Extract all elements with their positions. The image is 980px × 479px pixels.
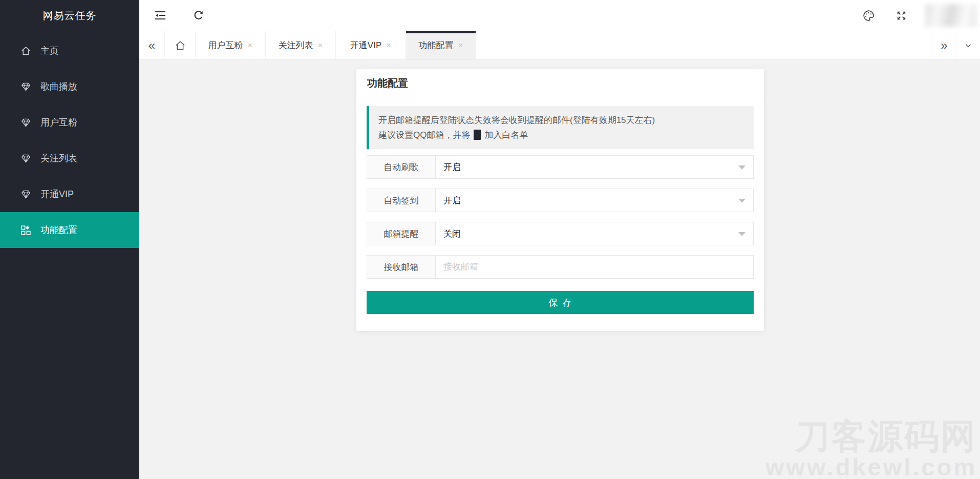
auto-play-select[interactable]: 开启: [436, 156, 753, 178]
home-icon: [20, 46, 31, 56]
receive-email-cell: [436, 256, 753, 278]
gem-icon: [20, 81, 31, 92]
close-icon[interactable]: ×: [318, 41, 323, 50]
auto-signin-select[interactable]: 开启: [436, 189, 753, 212]
refresh-icon[interactable]: [186, 0, 210, 31]
tab-bar: « 用户互粉 × 关注列表 × 开通VIP × 功能配置 × »: [139, 31, 980, 60]
sidebar: 网易云任务 主页 歌曲播放 用户互粉: [0, 0, 139, 479]
sidebar-item-label: 关注列表: [40, 152, 77, 164]
tabs-menu-chevron-down-icon[interactable]: [956, 31, 980, 59]
tabs-scroll-left-icon[interactable]: «: [139, 31, 165, 59]
site-watermark: 刀客源码网 www.dkewl.com: [765, 419, 977, 479]
tab-open-vip[interactable]: 开通VIP ×: [336, 31, 406, 59]
home-icon: [175, 40, 185, 51]
gem-icon: [20, 189, 31, 199]
sidebar-item-label: 主页: [40, 45, 59, 57]
app-title: 网易云任务: [0, 0, 139, 31]
close-icon[interactable]: ×: [386, 41, 391, 50]
user-account-blurred[interactable]: [925, 4, 977, 27]
notice-line1: 开启邮箱提醒后登陆状态失效将会收到提醒的邮件(登陆有效期15天左右): [378, 113, 744, 128]
field-label: 接收邮箱: [367, 256, 436, 278]
theme-palette-icon[interactable]: [860, 5, 877, 26]
email-remind-select[interactable]: 关闭: [436, 222, 753, 245]
caret-down-icon: [738, 165, 745, 170]
sidebar-item-label: 用户互粉: [40, 116, 77, 129]
select-value: 开启: [443, 161, 461, 173]
caret-down-icon: [738, 232, 745, 236]
field-label: 自动刷歌: [367, 156, 436, 178]
sidebar-item-label: 功能配置: [40, 224, 77, 236]
sidebar-item-song-play[interactable]: 歌曲播放: [0, 69, 139, 105]
form-row-email-remind: 邮箱提醒 关闭: [367, 222, 754, 245]
sidebar-item-user-follow[interactable]: 用户互粉: [0, 105, 139, 140]
watermark-line1: 刀客源码网: [765, 419, 977, 453]
tabs-scroll-right-icon[interactable]: »: [932, 31, 956, 59]
field-label: 自动签到: [367, 189, 436, 212]
tab-feature-config[interactable]: 功能配置 ×: [406, 31, 476, 59]
sidebar-item-label: 开通VIP: [40, 188, 74, 200]
form-row-receive-email: 接收邮箱: [367, 255, 754, 279]
sidebar-item-follow-list[interactable]: 关注列表: [0, 140, 139, 176]
grid-icon: [20, 225, 31, 235]
feature-config-card: 功能配置 开启邮箱提醒后登陆状态失效将会收到提醒的邮件(登陆有效期15天左右) …: [356, 69, 764, 331]
sidebar-fold-icon[interactable]: [148, 0, 172, 31]
top-header: [139, 0, 980, 31]
close-icon[interactable]: ×: [248, 41, 253, 50]
form-row-auto-play: 自动刷歌 开启: [367, 155, 754, 179]
sidebar-item-home[interactable]: 主页: [0, 33, 139, 69]
caret-down-icon: [738, 199, 745, 203]
sidebar-item-label: 歌曲播放: [40, 80, 77, 93]
tab-bar-right-controls: »: [932, 31, 980, 59]
notice-box: 开启邮箱提醒后登陆状态失效将会收到提醒的邮件(登陆有效期15天左右) 建议设置Q…: [367, 106, 754, 149]
tab-label: 开通VIP: [350, 39, 381, 51]
form-row-auto-signin: 自动签到 开启: [367, 189, 754, 212]
tab-label: 关注列表: [279, 39, 313, 51]
select-value: 开启: [443, 195, 461, 206]
tab-home[interactable]: [165, 31, 196, 59]
sidebar-menu: 主页 歌曲播放 用户互粉 关注列表: [0, 31, 139, 248]
tab-label: 用户互粉: [208, 39, 243, 51]
watermark-line2: www.dkewl.com: [765, 455, 977, 479]
sidebar-item-open-vip[interactable]: 开通VIP: [0, 176, 139, 212]
tab-follow-list[interactable]: 关注列表 ×: [266, 31, 336, 59]
field-label: 邮箱提醒: [367, 222, 436, 245]
main-content: 刀客源码网 www.dkewl.com 功能配置 开启邮箱提醒后登陆状态失效将会…: [139, 60, 980, 479]
redacted-email-block: [474, 130, 481, 140]
header-right-tools: [860, 0, 980, 31]
tab-label: 功能配置: [419, 39, 454, 51]
gem-icon: [20, 153, 31, 163]
card-title: 功能配置: [356, 69, 764, 98]
notice-line2: 建议设置QQ邮箱，并将加入白名单: [378, 128, 744, 142]
select-value: 关闭: [443, 228, 461, 240]
receive-email-input[interactable]: [443, 262, 753, 272]
fullscreen-icon[interactable]: [892, 5, 910, 26]
tab-user-follow[interactable]: 用户互粉 ×: [196, 31, 266, 59]
save-button[interactable]: 保存: [367, 291, 754, 314]
close-icon[interactable]: ×: [458, 41, 463, 50]
sidebar-item-feature-config[interactable]: 功能配置: [0, 212, 139, 248]
gem-icon: [20, 117, 31, 128]
card-body: 开启邮箱提醒后登陆状态失效将会收到提醒的邮件(登陆有效期15天左右) 建议设置Q…: [356, 98, 764, 314]
